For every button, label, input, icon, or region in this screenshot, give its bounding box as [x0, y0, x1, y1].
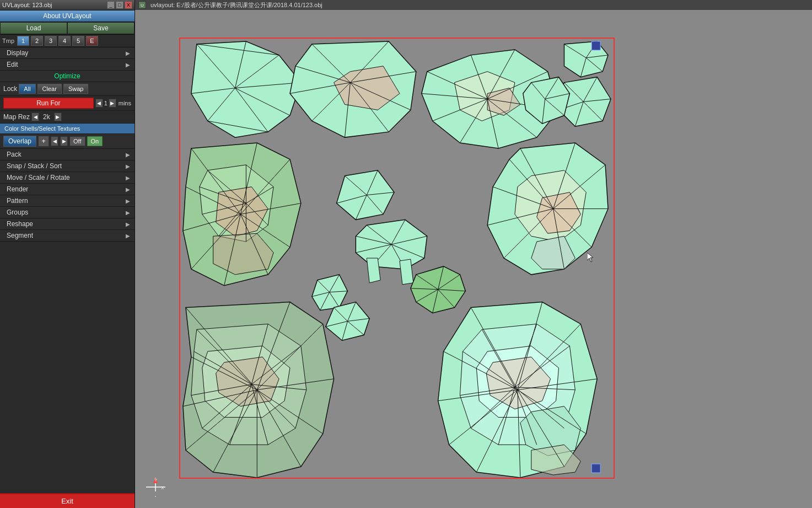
svg-marker-107 — [400, 259, 413, 285]
tmp-e-button[interactable]: E — [86, 36, 98, 46]
swap-button[interactable]: Swap — [63, 84, 89, 94]
svg-rect-192 — [591, 41, 600, 50]
tmp-4-button[interactable]: 4 — [58, 36, 71, 46]
tmp-1-button[interactable]: 1 — [17, 36, 29, 46]
render-arrow-icon: ▶ — [126, 186, 130, 192]
viewport-app-icon: U — [138, 1, 146, 9]
overlap-next-button[interactable]: ▶ — [60, 136, 68, 146]
status-bar: Color Shells/Select Textures — [0, 124, 135, 134]
run-for-left-arrow[interactable]: ◀ — [95, 99, 103, 108]
minimize-btn[interactable]: _ — [107, 1, 115, 9]
run-for-row: Run For ◀ 1 ▶ mins — [0, 96, 135, 111]
reshape-arrow-icon: ▶ — [126, 221, 130, 227]
display-arrow-icon: ▶ — [126, 50, 130, 56]
snap-stack-sort-label: Snap / Stack / Sort — [7, 162, 62, 170]
segment-menu[interactable]: Segment ▶ — [0, 230, 135, 242]
pattern-label: Pattern — [7, 197, 28, 205]
edit-menu[interactable]: Edit ▶ — [0, 59, 135, 71]
clear-button[interactable]: Clear — [37, 84, 62, 94]
all-button[interactable]: All — [19, 84, 35, 94]
about-button[interactable]: About UVLayout — [0, 10, 135, 22]
reshape-menu[interactable]: Reshape ▶ — [0, 218, 135, 230]
segment-label: Segment — [7, 232, 33, 239]
uv-boundary — [179, 38, 615, 479]
map-rez-left-arrow[interactable]: ◀ — [31, 113, 39, 121]
pattern-arrow-icon: ▶ — [126, 198, 130, 204]
pack-label: Pack — [7, 151, 21, 158]
maximize-btn[interactable]: □ — [116, 1, 123, 9]
tmp-5-button[interactable]: 5 — [72, 36, 84, 46]
edit-arrow-icon: ▶ — [126, 62, 130, 68]
save-button[interactable]: Save — [67, 22, 135, 34]
overlap-on-button[interactable]: On — [87, 136, 103, 146]
load-button[interactable]: Load — [0, 22, 67, 34]
run-for-controls: ◀ 1 ▶ mins — [95, 99, 131, 108]
render-label: Render — [7, 185, 28, 193]
render-menu[interactable]: Render ▶ — [0, 184, 135, 195]
uv-islands-svg — [180, 39, 614, 478]
optimize-button[interactable]: Optimize — [0, 71, 135, 82]
main-viewport[interactable]: U uvlayout: E:/股者/公升课教子/腾讯课堂公升课/2018.4.0… — [135, 0, 812, 508]
pack-menu[interactable]: Pack ▶ — [0, 149, 135, 161]
svg-text:Y: Y — [154, 478, 158, 483]
map-rez-right-arrow[interactable]: ▶ — [54, 113, 62, 121]
map-rez-label: Map Rez — [3, 113, 30, 121]
display-menu[interactable]: Display ▶ — [0, 47, 135, 59]
left-panel: UVLayout: 123.obj _ □ X About UVLayout L… — [0, 0, 135, 508]
close-btn[interactable]: X — [125, 1, 132, 9]
run-for-value: 1 — [104, 100, 107, 106]
svg-marker-90 — [337, 170, 394, 220]
move-scale-rotate-label: Move / Scale / Rotate — [7, 174, 70, 181]
overlap-prev-button[interactable]: ◀ — [51, 136, 58, 146]
display-label: Display — [7, 49, 28, 57]
move-scale-rotate-arrow-icon: ▶ — [126, 175, 130, 181]
compass: Y X — [143, 475, 168, 500]
lock-label: Lock — [3, 85, 17, 93]
tmp-3-button[interactable]: 3 — [45, 36, 57, 46]
snap-stack-sort-arrow-icon: ▶ — [126, 163, 130, 169]
reshape-label: Reshape — [7, 220, 33, 228]
run-for-unit: mins — [119, 100, 131, 106]
pack-arrow-icon: ▶ — [126, 152, 130, 158]
exit-button[interactable]: Exit — [0, 493, 135, 508]
groups-arrow-icon: ▶ — [126, 210, 130, 216]
snap-stack-sort-menu[interactable]: Snap / Stack / Sort ▶ — [0, 161, 135, 172]
overlap-button[interactable]: Overlap — [3, 136, 36, 147]
uv-canvas[interactable]: Y X — [135, 10, 812, 508]
pattern-menu[interactable]: Pattern ▶ — [0, 195, 135, 207]
run-for-button[interactable]: Run For — [3, 98, 94, 109]
overlap-off-button[interactable]: Off — [69, 136, 85, 146]
tmp-label: Tmp — [2, 38, 14, 44]
map-rez-row: Map Rez ◀ 2k ▶ — [0, 111, 135, 124]
load-save-row: Load Save — [0, 22, 135, 35]
svg-rect-193 — [591, 464, 600, 473]
groups-menu[interactable]: Groups ▶ — [0, 207, 135, 218]
svg-text:X: X — [161, 485, 164, 490]
overlap-row: Overlap + ◀ ▶ Off On — [0, 134, 135, 149]
tmp-2-button[interactable]: 2 — [31, 36, 43, 46]
run-for-right-arrow[interactable]: ▶ — [109, 99, 116, 108]
svg-marker-204 — [153, 491, 158, 497]
segment-arrow-icon: ▶ — [126, 233, 130, 239]
viewport-title: uvlayout: E:/股者/公升课教子/腾讯课堂公升课/2018.4.01/… — [150, 1, 322, 9]
svg-marker-35 — [564, 41, 608, 77]
lock-row: Lock All Clear Swap — [0, 82, 135, 96]
app-title: UVLayout: 123.obj — [2, 2, 52, 8]
groups-label: Groups — [7, 208, 28, 216]
overlap-plus-button[interactable]: + — [38, 136, 49, 147]
svg-marker-106 — [367, 258, 380, 283]
edit-label: Edit — [7, 61, 18, 68]
viewport-titlebar: U uvlayout: E:/股者/公升课教子/腾讯课堂公升课/2018.4.0… — [135, 0, 812, 10]
app-titlebar: UVLayout: 123.obj _ □ X — [0, 0, 135, 10]
map-rez-value: 2k — [43, 113, 50, 121]
tmp-row: Tmp 1 2 3 4 5 E — [0, 35, 135, 47]
move-scale-rotate-menu[interactable]: Move / Scale / Rotate ▶ — [0, 172, 135, 184]
svg-marker-0 — [191, 41, 301, 137]
